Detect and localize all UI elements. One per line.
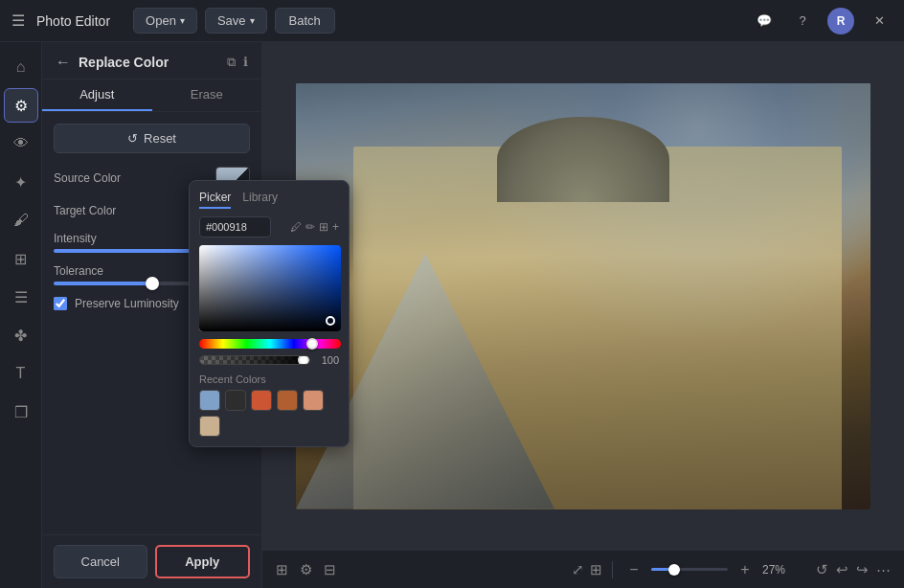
zoom-slider-thumb[interactable]	[668, 564, 680, 576]
opacity-value: 100	[314, 354, 339, 366]
topbar: ☰ Photo Editor Open ▾ Save ▾ Batch 💬 ? R…	[0, 0, 904, 42]
grid-bottom-icon[interactable]: ⊟	[324, 561, 336, 578]
hex-input[interactable]	[199, 216, 271, 237]
recent-color-5[interactable]	[303, 390, 324, 411]
sidebar-item-shapes[interactable]: ✤	[4, 318, 38, 352]
recent-colors-row	[199, 390, 339, 437]
batch-button[interactable]: Batch	[275, 8, 335, 34]
user-avatar[interactable]: R	[827, 8, 854, 34]
panel-header-icons: ⧉ ℹ	[227, 55, 248, 70]
color-gradient[interactable]	[199, 245, 341, 331]
recent-color-2[interactable]	[225, 390, 246, 411]
reset-button[interactable]: ↺ Reset	[54, 124, 250, 153]
redo-icon[interactable]: ↪	[856, 561, 869, 578]
picker-tabs: Picker Library	[199, 191, 339, 209]
copy-icon[interactable]: ⧉	[227, 55, 236, 70]
fit-icon[interactable]: ⤢	[572, 561, 584, 578]
opacity-track[interactable]	[199, 355, 310, 365]
help-icon[interactable]: ?	[789, 8, 816, 34]
sidebar-item-adjustments[interactable]: ⚙	[4, 88, 38, 123]
preserve-luminosity-label: Preserve Luminosity	[75, 297, 179, 310]
tab-adjust[interactable]: Adjust	[42, 79, 152, 111]
layers-bottom-icon[interactable]: ⊞	[276, 561, 288, 578]
preserve-luminosity-checkbox[interactable]	[54, 297, 67, 310]
apply-button[interactable]: Apply	[155, 545, 251, 578]
panel-actions: Cancel Apply	[42, 534, 261, 588]
expand-icon[interactable]: ✕	[866, 8, 893, 34]
zoom-slider[interactable]	[651, 568, 728, 571]
bottom-bar: ⊞ ⚙ ⊟ ⤢ ⊞ − + 27% ↺ ↩ ↪ ⋯	[262, 550, 904, 588]
sidebar-item-paint[interactable]: 🖌	[4, 203, 38, 237]
more-icon[interactable]: ⋯	[876, 561, 891, 578]
tab-library[interactable]: Library	[242, 191, 278, 209]
tab-picker[interactable]: Picker	[199, 191, 231, 209]
panel-header: ← Replace Color ⧉ ℹ	[42, 42, 261, 79]
undo-icon[interactable]: ↩	[836, 561, 848, 578]
save-button[interactable]: Save ▾	[205, 8, 267, 34]
tab-erase[interactable]: Erase	[152, 79, 262, 111]
recent-colors-label: Recent Colors	[199, 373, 339, 385]
panel-title: Replace Color	[79, 55, 219, 70]
zoom-plus-button[interactable]: +	[734, 558, 757, 581]
tolerance-label: Tolerance	[54, 264, 103, 278]
color-picker-popup: Picker Library 🖊 ✏ ⊞ + 100	[189, 180, 350, 447]
sidebar-item-layers[interactable]: ☰	[4, 280, 38, 314]
canvas-area: ⊞ ⚙ ⊟ ⤢ ⊞ − + 27% ↺ ↩ ↪ ⋯	[262, 42, 904, 588]
reset-icon: ↺	[127, 131, 138, 146]
recent-color-1[interactable]	[199, 390, 220, 411]
separator	[612, 561, 613, 578]
sidebar-item-text[interactable]: ⊞	[4, 241, 38, 276]
recent-color-3[interactable]	[251, 390, 272, 411]
hue-slider[interactable]	[199, 339, 341, 349]
menu-icon[interactable]: ☰	[11, 11, 25, 30]
recent-color-4[interactable]	[277, 390, 298, 411]
canvas-image[interactable]	[262, 42, 904, 550]
add-icon[interactable]: +	[332, 220, 339, 234]
sidebar-item-view[interactable]: 👁	[4, 126, 38, 161]
canvas-image-inner	[296, 83, 870, 509]
undo-refresh-icon[interactable]: ↺	[816, 561, 828, 578]
tolerance-fill	[54, 282, 152, 285]
panel-tabs: Adjust Erase	[42, 79, 261, 112]
app-title: Photo Editor	[36, 13, 110, 29]
bottom-right-icons: ↺ ↩ ↪ ⋯	[816, 561, 891, 578]
crop-icon[interactable]: ⊞	[590, 561, 602, 578]
zoom-minus-button[interactable]: −	[622, 558, 645, 581]
chat-icon[interactable]: 💬	[751, 8, 778, 34]
zoom-controls: ⤢ ⊞ − + 27%	[572, 558, 797, 581]
intensity-label: Intensity	[54, 232, 97, 245]
sidebar-item-home[interactable]: ⌂	[4, 50, 38, 84]
sidebar-item-text2[interactable]: T	[4, 356, 38, 391]
hue-thumb[interactable]	[306, 338, 318, 350]
cancel-button[interactable]: Cancel	[54, 545, 147, 578]
sidebar-item-effects[interactable]: ❒	[4, 395, 38, 429]
eyedropper-icon[interactable]: 🖊	[290, 220, 302, 234]
color-gradient-overlay	[199, 245, 341, 331]
main-layout: ⌂ ⚙ 👁 ✦ 🖌 ⊞ ☰ ✤ T ❒ ← Replace Color ⧉ ℹ …	[0, 42, 904, 588]
grid-icon[interactable]: ⊞	[319, 220, 328, 234]
zoom-value: 27%	[762, 563, 797, 577]
icon-sidebar: ⌂ ⚙ 👁 ✦ 🖌 ⊞ ☰ ✤ T ❒	[0, 42, 42, 588]
open-button[interactable]: Open ▾	[133, 8, 197, 34]
back-button[interactable]: ←	[56, 54, 71, 71]
recent-color-6[interactable]	[199, 416, 220, 437]
sidebar-item-brush[interactable]: ✦	[4, 165, 38, 199]
topbar-right: 💬 ? R ✕	[751, 8, 893, 34]
opacity-thumb[interactable]	[298, 355, 309, 365]
hex-row: 🖊 ✏ ⊞ +	[199, 216, 339, 237]
adjust-bottom-icon[interactable]: ⚙	[300, 561, 312, 578]
color-gradient-cursor[interactable]	[326, 316, 335, 326]
opacity-slider-row: 100	[199, 354, 339, 366]
info-icon[interactable]: ℹ	[243, 55, 248, 70]
hex-icons: 🖊 ✏ ⊞ +	[290, 220, 339, 234]
pencil-icon[interactable]: ✏	[305, 220, 315, 234]
tolerance-thumb[interactable]	[146, 277, 159, 290]
